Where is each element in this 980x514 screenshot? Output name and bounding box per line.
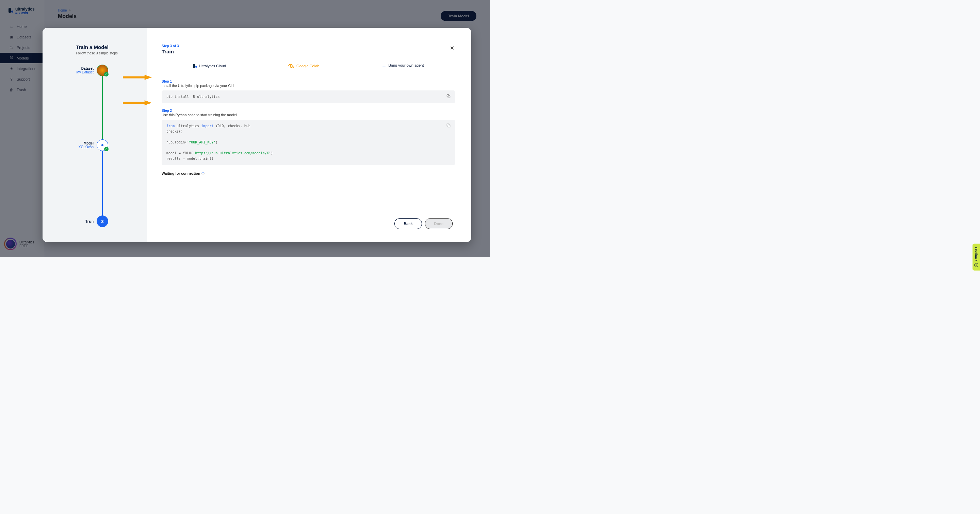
code-text: results = model.train() <box>166 157 213 160</box>
step2-code: from ultralytics import YOLO, checks, hu… <box>162 120 455 165</box>
code-str: 'https://hub.ultralytics.com/models/X' <box>193 151 271 155</box>
spinner-icon <box>202 172 205 175</box>
train-modal: Train a Model Follow these 3 simple step… <box>43 28 471 242</box>
step2-block: Step 2 Use this Python code to start tra… <box>162 109 455 165</box>
tab-ultralytics-cloud[interactable]: Ultralytics Cloud <box>186 62 233 70</box>
step-indicator: Step 3 of 3 <box>162 44 455 48</box>
check-icon: ✓ <box>104 72 108 76</box>
tab-bring-your-own-agent[interactable]: Bring your own agent <box>375 60 430 71</box>
stepper-value: YOLOv8n <box>79 145 94 149</box>
code-text: checks() <box>166 130 183 133</box>
code-text: hub.login( <box>166 140 187 144</box>
code-text: ultralytics <box>175 124 201 128</box>
done-button: Done <box>425 218 453 229</box>
waiting-text: Waiting for connection <box>162 171 200 175</box>
code-text: model = YOLO( <box>166 151 193 155</box>
modal-right-panel: ✕ Step 3 of 3 Train Ultralytics Cloud Go… <box>147 28 471 242</box>
tab-label: Bring your own agent <box>388 63 424 67</box>
code-text: ) <box>216 140 218 144</box>
model-node-icon: ✓ <box>97 140 108 151</box>
dataset-thumb-icon: ✓ <box>97 65 108 76</box>
stepper-node-dataset[interactable]: Dataset My Dataset ✓ <box>76 65 108 76</box>
waiting-status: Waiting for connection <box>162 171 455 175</box>
copy-button[interactable] <box>446 94 451 98</box>
laptop-icon <box>382 63 386 68</box>
step1-label: Step 1 <box>162 79 455 83</box>
code-text: YOLO, checks, hub <box>214 124 250 128</box>
step1-desc: Install the Ultralytics pip package via … <box>162 84 455 88</box>
train-node-icon: 3 <box>97 216 108 227</box>
copy-button[interactable] <box>446 123 451 128</box>
code-kw: from <box>166 124 175 128</box>
colab-icon <box>288 64 294 68</box>
close-button[interactable]: ✕ <box>450 45 454 51</box>
stepper-value: My Dataset <box>76 70 94 74</box>
code-text: pip install -U ultralytics <box>166 95 220 98</box>
stepper-node-model[interactable]: Model YOLOv8n ✓ <box>79 140 108 151</box>
stepper: Dataset My Dataset ✓ Model YOLOv8n ✓ Tra… <box>76 65 110 224</box>
tab-google-colab[interactable]: Google Colab <box>282 62 326 70</box>
check-icon: ✓ <box>104 147 108 151</box>
tab-label: Google Colab <box>296 64 319 68</box>
step2-desc: Use this Python code to start training t… <box>162 113 455 117</box>
code-str: 'YOUR_API_KEY' <box>187 140 215 144</box>
tab-label: Ultralytics Cloud <box>199 64 226 68</box>
modal-left-panel: Train a Model Follow these 3 simple step… <box>43 28 147 242</box>
ultralytics-cloud-icon <box>193 64 197 68</box>
step1-block: Step 1 Install the Ultralytics pip packa… <box>162 79 455 103</box>
stepper-label: Train <box>86 220 94 223</box>
stepper-label: Model <box>79 141 94 145</box>
code-kw: import <box>201 124 213 128</box>
code-text: ) <box>271 151 273 155</box>
modal-footer: Back Done <box>395 218 453 229</box>
modal-title: Train a Model <box>76 44 137 50</box>
step2-label: Step 2 <box>162 109 455 113</box>
train-panel-title: Train <box>162 49 455 54</box>
train-tabs: Ultralytics Cloud Google Colab Bring you… <box>162 60 455 71</box>
stepper-node-train[interactable]: Train 3 <box>86 216 108 227</box>
step1-code: pip install -U ultralytics <box>162 90 455 103</box>
back-button[interactable]: Back <box>395 218 422 229</box>
modal-subtitle: Follow these 3 simple steps <box>76 51 137 55</box>
stepper-label: Dataset <box>76 67 94 70</box>
